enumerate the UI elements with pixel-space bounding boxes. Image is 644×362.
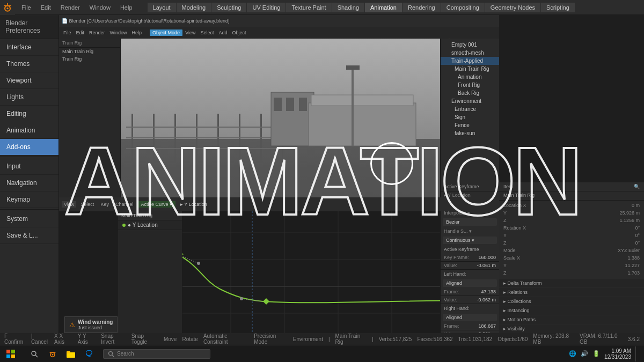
tab-animation[interactable]: Animation [365,3,402,12]
location-z-val: 1.1256 m [619,218,640,223]
menu-file[interactable]: File [17,3,35,12]
outliner-fake-sun[interactable]: fake-sun [441,129,499,137]
sidebar-item-save[interactable]: Save & L... [0,227,58,244]
bl-add[interactable]: Add [217,29,230,36]
bl-menu-file[interactable]: File [61,29,74,36]
location-label: Location X [503,203,526,208]
status-memory: Memory: 203.8 MB [533,333,574,345]
instancing-btn[interactable]: ▸ Instancing [499,306,644,315]
sidebar-item-viewport[interactable]: Viewport [0,72,58,89]
delta-transform-btn[interactable]: ▸ Delta Transform [499,279,644,287]
taskbar-clock[interactable]: 1:09 AM 12/31/2023 [604,348,631,360]
rotation-y-val: 0° [635,233,640,238]
svg-rect-17 [286,98,294,111]
outliner-main-rig[interactable]: Main Train Rig [441,65,499,73]
svg-rect-61 [6,354,10,358]
menu-render[interactable]: Render [56,3,84,12]
tab-scripting[interactable]: Scripting [541,3,575,12]
item-search-icon[interactable]: 🔍 [634,184,640,189]
tab-layout[interactable]: Layout [148,3,176,12]
bl-menu-edit[interactable]: Edit [74,29,87,36]
sidebar-item-themes[interactable]: Themes [0,56,58,72]
outliner-smooth[interactable]: smooth-mesh [441,49,499,57]
tray-network-icon[interactable]: 🌐 [569,350,576,357]
motion-paths-btn[interactable]: ▸ Motion Paths [499,315,644,324]
taskbar-file-explorer[interactable] [62,346,79,362]
interpolate-value[interactable]: Bezier [443,218,497,226]
tab-texture-paint[interactable]: Texture Paint [286,3,331,12]
sidebar-item-editing[interactable]: Editing [0,106,58,122]
normalize-btn[interactable]: Active Curve ▾ [137,201,175,208]
sidebar-item-keymap[interactable]: Keymap [0,191,58,208]
sidebar-item-interface[interactable]: Interface [0,39,58,56]
relations-btn[interactable]: ▸ Relations [499,288,644,297]
right-handle-type[interactable]: Aligned [443,314,497,321]
show-desktop-btn[interactable] [635,346,639,361]
collections-btn[interactable]: ▸ Collections [499,297,644,306]
sidebar-item-animation[interactable]: Animation [0,122,58,139]
sidebar-item-input[interactable]: Input [0,158,58,175]
menu-window[interactable]: Window [85,3,115,12]
graph-key-btn[interactable]: Key [98,201,111,208]
outliner-front-rig[interactable]: Front Rig [441,81,499,89]
outliner-train[interactable]: Train-Applied [441,57,499,65]
sidebar-item-lights[interactable]: Lights [0,89,58,106]
outliner-sign[interactable]: Sign [441,113,499,121]
preferences-title: Blender Preferences [0,15,58,39]
taskbar-edge[interactable] [80,346,98,362]
menu-edit[interactable]: Edit [36,3,55,12]
taskbar-search[interactable] [26,346,43,362]
tab-modeling[interactable]: Modeling [177,3,211,12]
rotation-y-label: Y [503,233,507,238]
tab-rendering[interactable]: Rendering [402,3,441,12]
sidebar-item-navigation[interactable]: Navigation [0,175,58,191]
channel-item-ylocation[interactable]: ● Y Location [118,220,182,230]
tab-sculpting[interactable]: Sculpting [211,3,246,12]
left-handle-type[interactable]: Aligned [443,279,497,287]
outliner-empty[interactable]: Empty 001 [441,41,499,49]
handle-value[interactable]: Continuous ▾ [443,237,497,244]
graph-channel-btn[interactable]: Channel [113,201,136,208]
tray-volume-icon[interactable]: 🔊 [581,350,588,357]
status-confirm: F Confirm [4,333,26,345]
scale-x-row: Scale X 1.388 [499,254,644,262]
sidebar-item-system[interactable]: System [0,211,58,227]
taskbar-blender-app[interactable] [44,346,61,362]
bl-view[interactable]: View [183,29,197,36]
outliner-fence[interactable]: Fence [441,121,499,129]
mode-row: Mode XYZ Euler [499,247,644,254]
start-button[interactable] [0,345,21,363]
object-mode-btn[interactable]: Object Mode [150,29,182,36]
blender-logo [0,0,15,15]
outliner-animation[interactable]: Animation [441,73,499,81]
tab-uv-editing[interactable]: UV Editing [247,3,286,12]
active-keyframe-header: Active Keyframe [441,182,499,191]
keyframe-frame-label: Key Frame: [444,255,469,260]
menu-help[interactable]: Help [116,3,137,12]
thumbnail-item-2[interactable]: Train Rig [59,55,120,63]
rotation-x-val: 0° [635,225,640,231]
graph-select-btn[interactable]: Select [78,201,96,208]
thumbnail-item-1[interactable]: Main Train Rig [59,48,120,55]
outliner-environment[interactable]: Environment [441,97,499,105]
tab-shading[interactable]: Shading [332,3,364,12]
tab-compositing[interactable]: Compositing [441,3,485,12]
bl-menu-render[interactable]: Render [87,29,107,36]
channel-dot [122,224,126,227]
graph-view-btn[interactable]: View [62,201,76,208]
tab-geometry-nodes[interactable]: Geometry Nodes [485,3,540,12]
bl-menu-help[interactable]: Help [130,29,144,36]
bl-menu-window[interactable]: Window [108,29,129,36]
outliner-entrance[interactable]: Entrance [441,105,499,113]
viewport-3d[interactable]: Train Rig Main Train Rig Train Rig [59,39,499,221]
bl-select[interactable]: Select [198,29,216,36]
location-y-label: Y [503,210,507,216]
visibility-btn[interactable]: ▸ Visibility [499,324,644,333]
svg-line-64 [35,355,38,357]
sidebar-item-addons[interactable]: Add-ons [0,139,58,156]
outliner-back-rig[interactable]: Back Rig [441,89,499,97]
tray-battery-icon[interactable]: 🔋 [592,350,600,357]
clock-date: 12/31/2023 [604,354,631,360]
taskbar-search-bar[interactable]: Search [103,349,210,359]
bl-object[interactable]: Object [230,29,248,36]
